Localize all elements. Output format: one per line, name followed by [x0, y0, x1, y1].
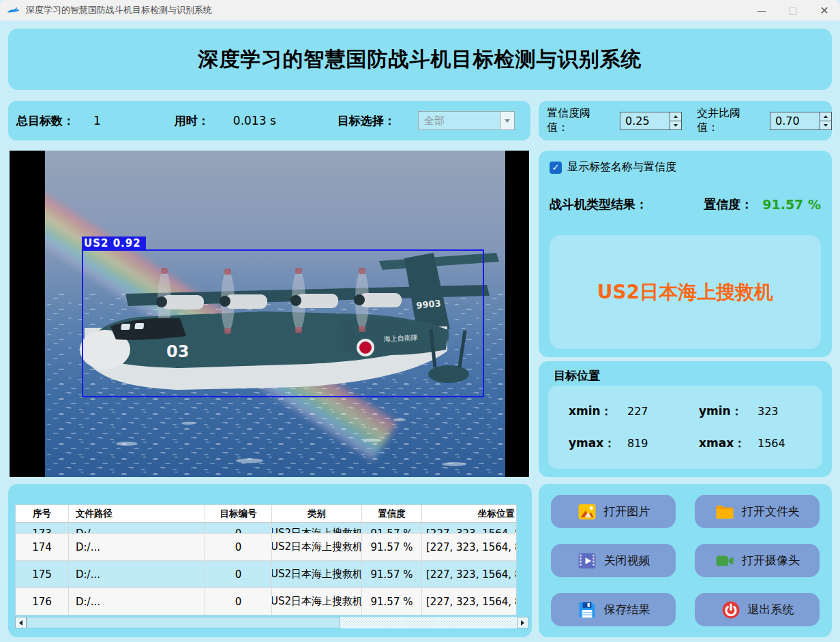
table-cell: D:/...: [69, 588, 205, 615]
scroll-right-icon[interactable]: [517, 617, 528, 628]
target-select-dropdown[interactable]: 全部: [418, 111, 515, 130]
table-cell: US2日本海上搜救机: [272, 588, 362, 615]
power-icon: [721, 600, 741, 620]
stats-bar: 总目标数： 1 用时： 0.013 s 目标选择： 全部: [8, 101, 530, 140]
spin-up-icon[interactable]: [820, 112, 831, 121]
result-box: US2日本海上搜救机: [550, 235, 821, 349]
app-window: 深度学习的智慧国防战斗机目标检测与识别系统 — □ ✕ 深度学习的智慧国防战斗机…: [0, 0, 840, 642]
spin-up-icon[interactable]: [670, 112, 681, 121]
table-cell: US2日本海上搜救机: [272, 534, 362, 561]
table-cell: 0: [205, 588, 272, 615]
elapsed-time-value: 0.013 s: [233, 114, 276, 127]
target-position-panel: 目标位置 xmin： 227 ymin： 323 ymax： 819 xmax：…: [539, 361, 832, 477]
detection-bounding-box: US2 0.92: [82, 249, 484, 397]
table-row[interactable]: 174D:/...0US2日本海上搜救机91.57 %[227, 323, 15…: [16, 534, 516, 561]
folder-icon: [715, 502, 735, 522]
window-title: 深度学习的智慧国防战斗机目标检测与识别系统: [26, 4, 212, 16]
close-button[interactable]: ✕: [809, 0, 840, 20]
target-position-box: xmin： 227 ymin： 323 ymax： 819 xmax： 1564: [548, 386, 822, 469]
save-icon: [577, 600, 597, 620]
actions-panel: 打开图片 打开文件夹 关闭视频 打开摄像头 保存结果: [539, 484, 832, 637]
table-header-cell[interactable]: 目标编号: [205, 505, 272, 522]
type-result-label: 战斗机类型结果：: [550, 196, 648, 213]
table-cell: 176: [16, 588, 69, 615]
spin-down-icon[interactable]: [820, 121, 831, 129]
table-row[interactable]: 176D:/...0US2日本海上搜救机91.57 %[227, 323, 15…: [16, 588, 516, 615]
detection-panel: ✓ 显示标签名称与置信度 战斗机类型结果： 置信度： 91.57 % US2日本…: [539, 151, 832, 357]
table-cell: 174: [16, 534, 69, 561]
open-image-button[interactable]: 打开图片: [551, 495, 676, 528]
table-cell: 91.57 %: [362, 561, 422, 588]
maximize-button[interactable]: □: [777, 0, 809, 20]
spin-down-icon[interactable]: [670, 121, 681, 129]
header-banner: 深度学习的智慧国防战斗机目标检测与识别系统: [8, 29, 832, 90]
ymin-field: ymin： 323: [685, 395, 815, 427]
open-camera-button[interactable]: 打开摄像头: [695, 544, 820, 577]
table-header-cell[interactable]: 坐标位置: [422, 505, 516, 522]
detection-bbox-label: US2 0.92: [82, 236, 146, 251]
thresholds-bar: 置信度阈值： 0.25 交并比阈值： 0.70: [539, 101, 832, 140]
table-cell: US2日本海上搜救机: [272, 523, 362, 534]
results-table-panel: 序号文件路径目标编号类别置信度坐标位置 173D:/...0US2日本海上搜救机…: [8, 484, 532, 637]
xmax-field: xmax： 1564: [685, 427, 815, 459]
close-video-button[interactable]: 关闭视频: [551, 544, 676, 577]
minimize-button[interactable]: —: [746, 0, 777, 20]
table-cell: 91.57 %: [362, 588, 422, 615]
image-icon: [577, 502, 597, 522]
camera-icon: [715, 551, 735, 571]
app-plane-icon: [7, 5, 20, 16]
target-position-title: 目标位置: [554, 368, 832, 384]
table-header-cell[interactable]: 序号: [16, 505, 69, 522]
table-cell: 91.57 %: [362, 523, 422, 534]
exit-system-button[interactable]: 退出系统: [695, 593, 820, 626]
confidence-threshold-spinner[interactable]: 0.25: [620, 112, 682, 130]
show-labels-checkbox[interactable]: ✓: [550, 162, 562, 174]
table-header-cell[interactable]: 类别: [272, 505, 362, 522]
table-cell: [227, 323, 1564, 8: [422, 534, 516, 561]
save-results-button[interactable]: 保存结果: [551, 593, 676, 626]
scroll-left-icon[interactable]: [15, 617, 27, 628]
page-title: 深度学习的智慧国防战斗机目标检测与识别系统: [198, 46, 642, 74]
titlebar: 深度学习的智慧国防战斗机目标检测与识别系统 — □ ✕: [0, 0, 840, 20]
table-cell: D:/...: [69, 534, 205, 561]
table-cell: 0: [205, 561, 272, 588]
result-class-name: US2日本海上搜救机: [597, 279, 773, 305]
results-table: 序号文件路径目标编号类别置信度坐标位置 173D:/...0US2日本海上搜救机…: [15, 504, 517, 615]
elapsed-time-label: 用时：: [175, 113, 209, 129]
total-targets-label: 总目标数：: [16, 113, 74, 129]
table-cell: [227, 323, 1564, 8: [422, 588, 516, 615]
video-icon: [577, 551, 597, 571]
table-cell: 175: [16, 561, 69, 588]
xmin-field: xmin： 227: [555, 395, 685, 427]
table-cell: 0: [205, 534, 272, 561]
table-cell: 0: [205, 523, 272, 534]
total-targets-value: 1: [93, 114, 101, 127]
table-header-cell[interactable]: 置信度: [362, 505, 422, 522]
confidence-threshold-label: 置信度阈值：: [547, 106, 612, 135]
table-cell: [227, 323, 1564, 8: [422, 561, 516, 588]
open-folder-button[interactable]: 打开文件夹: [695, 495, 820, 528]
horizontal-scrollbar[interactable]: [15, 617, 528, 628]
iou-threshold-spinner[interactable]: 0.70: [770, 112, 832, 130]
table-cell: 91.57 %: [362, 534, 422, 561]
table-cell: D:/...: [69, 561, 205, 588]
ymax-field: ymax： 819: [555, 427, 685, 459]
table-header-row: 序号文件路径目标编号类别置信度坐标位置: [16, 505, 516, 523]
iou-threshold-label: 交并比阈值：: [697, 106, 762, 135]
table-cell: [227, 323, 1564, 8: [422, 523, 516, 534]
table-cell: D:/...: [69, 523, 205, 534]
table-row[interactable]: 175D:/...0US2日本海上搜救机91.57 %[227, 323, 15…: [16, 561, 516, 588]
confidence-threshold-value: 0.25: [620, 112, 670, 129]
target-select-value: 全部: [419, 114, 500, 127]
table-body: 173D:/...0US2日本海上搜救机91.57 %[227, 323, 15…: [16, 523, 516, 615]
table-cell: US2日本海上搜救机: [272, 561, 362, 588]
show-labels-label: 显示标签名称与置信度: [567, 160, 676, 174]
iou-threshold-value: 0.70: [770, 112, 820, 129]
target-select-label: 目标选择：: [338, 113, 395, 129]
table-header-cell[interactable]: 文件路径: [69, 505, 205, 522]
table-row[interactable]: 173D:/...0US2日本海上搜救机91.57 %[227, 323, 15…: [16, 523, 516, 534]
confidence-value: 91.57 %: [762, 197, 821, 212]
hscroll-thumb[interactable]: [27, 617, 340, 628]
chevron-down-icon[interactable]: [500, 112, 514, 129]
table-cell: 173: [16, 523, 69, 534]
